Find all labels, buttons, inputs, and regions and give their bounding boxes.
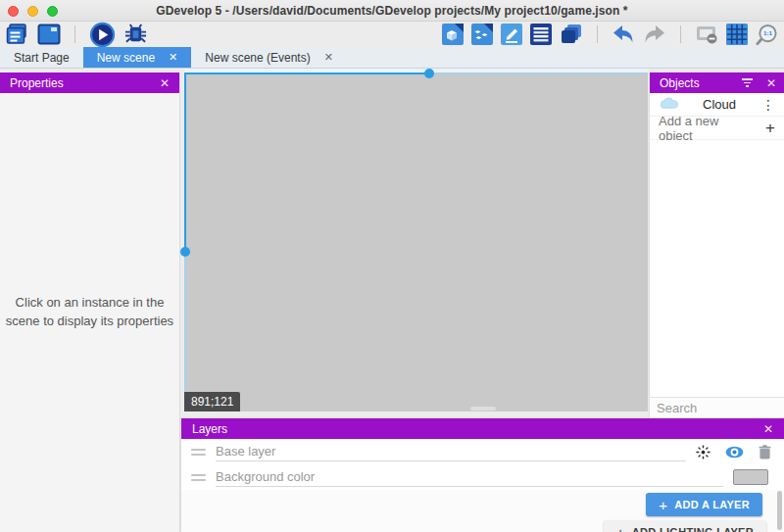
editor-main-area: Properties ✕ Click on an instance in the… [0, 69, 784, 532]
properties-panel-title: Properties [10, 76, 160, 90]
selection-handle-top[interactable] [424, 69, 434, 78]
redo-icon[interactable] [643, 24, 666, 45]
close-icon[interactable]: ✕ [763, 422, 773, 436]
toggle-grid-icon[interactable] [726, 24, 748, 45]
drag-handle-icon[interactable] [191, 449, 206, 456]
add-lighting-layer-button[interactable]: + ADD LIGHTING LAYER [604, 520, 766, 532]
main-toolbar: 1:1 [0, 22, 784, 47]
selection-border-left-line [184, 73, 186, 253]
canvas-surface[interactable] [184, 73, 648, 411]
cursor-coordinates-label: 891;121 [184, 392, 240, 411]
close-tab-icon[interactable]: ✕ [169, 51, 177, 64]
toolbar-divider [680, 25, 681, 43]
properties-panel-header: Properties ✕ [0, 73, 179, 93]
filter-icon[interactable] [742, 78, 753, 87]
layers-toolbar-icon[interactable] [560, 24, 583, 45]
tab-label: New scene [97, 51, 155, 65]
toolbar-left-group [6, 22, 148, 48]
zoom-window-button[interactable] [47, 6, 58, 17]
background-color-input[interactable] [216, 467, 723, 487]
tab-start-page[interactable]: Start Page [0, 47, 83, 68]
objects-search-bar [650, 397, 784, 418]
edit-objects-icon[interactable] [442, 24, 464, 45]
close-window-button[interactable] [8, 6, 19, 17]
project-manager-icon[interactable] [6, 24, 29, 45]
objects-panel-title: Objects [660, 76, 742, 90]
open-events-icon[interactable] [530, 24, 552, 45]
properties-empty-message: Click on an instance in the scene to dis… [6, 294, 174, 331]
window-title: GDevelop 5 - /Users/david/Documents/GDev… [0, 4, 784, 18]
undo-icon[interactable] [612, 24, 635, 45]
plus-icon: + [765, 120, 775, 136]
toggle-mask-icon[interactable] [695, 24, 718, 45]
layers-panel: Layers ✕ [181, 418, 784, 532]
tab-new-scene-events[interactable]: New scene (Events) ✕ [191, 47, 347, 68]
toolbar-divider [74, 25, 75, 43]
tab-label: New scene (Events) [205, 51, 310, 65]
toolbar-divider [597, 25, 598, 43]
background-color-swatch[interactable] [733, 469, 768, 485]
vertical-scrollbar[interactable] [777, 491, 782, 530]
close-icon[interactable]: ✕ [766, 76, 776, 90]
object-menu-icon[interactable]: ⋮ [759, 97, 778, 113]
drag-handle-icon[interactable] [191, 474, 206, 481]
layer-actions [696, 445, 774, 459]
add-object-button[interactable]: Add a new object + [650, 117, 784, 140]
close-icon[interactable]: ✕ [160, 76, 170, 90]
add-layer-button[interactable]: + ADD A LAYER [646, 493, 762, 516]
titlebar: GDevelop 5 - /Users/david/Documents/GDev… [0, 0, 784, 22]
minimize-window-button[interactable] [27, 6, 38, 17]
selection-border-top-line [184, 73, 429, 74]
objects-panel: Objects ✕ Cloud ⋮ Add a new object + [650, 73, 784, 418]
delete-layer-trash-icon[interactable] [759, 445, 771, 459]
plus-icon: + [616, 524, 625, 532]
scene-canvas[interactable]: 891;121 [184, 69, 648, 411]
objects-list-empty-space [650, 140, 784, 397]
tab-label: Start Page [14, 51, 70, 65]
add-lighting-layer-button-label: ADD LIGHTING LAYER [632, 526, 754, 532]
plus-icon: + [659, 497, 667, 513]
layers-panel-header: Layers ✕ [181, 418, 784, 439]
start-page-icon[interactable] [37, 24, 61, 45]
objects-panel-header: Objects ✕ [650, 73, 784, 93]
close-tab-icon[interactable]: ✕ [324, 51, 333, 64]
edit-object-groups-icon[interactable] [471, 24, 493, 45]
object-name: Cloud [680, 97, 759, 112]
layer-row-base-layer [181, 439, 784, 464]
layer-effects-icon[interactable] [696, 445, 710, 459]
properties-panel: Properties ✕ Click on an instance in the… [0, 73, 180, 532]
svg-text:1:1: 1:1 [763, 29, 773, 36]
play-preview-icon[interactable] [89, 22, 116, 48]
tab-bar: Start Page New scene ✕ New scene (Events… [0, 47, 784, 69]
window-controls [8, 0, 58, 22]
add-layer-button-label: ADD A LAYER [674, 499, 750, 510]
layer-visibility-eye-icon[interactable] [725, 446, 744, 459]
selection-handle-left[interactable] [180, 247, 190, 257]
layers-panel-title: Layers [192, 422, 763, 436]
cloud-object-icon [658, 96, 680, 114]
gdevelop-window: GDevelop 5 - /Users/david/Documents/GDev… [0, 0, 784, 532]
tab-new-scene[interactable]: New scene ✕ [83, 47, 192, 68]
search-input[interactable] [657, 401, 784, 415]
layer-row-background-color [181, 464, 784, 490]
layer-name-input[interactable] [216, 442, 686, 461]
debug-icon[interactable] [123, 24, 148, 46]
edit-scene-properties-icon[interactable] [501, 24, 522, 45]
zoom-reset-icon[interactable]: 1:1 [756, 24, 778, 46]
horizontal-scrollbar[interactable] [470, 407, 496, 411]
toolbar-right-group: 1:1 [442, 24, 778, 46]
add-object-label: Add a new object [659, 114, 754, 143]
